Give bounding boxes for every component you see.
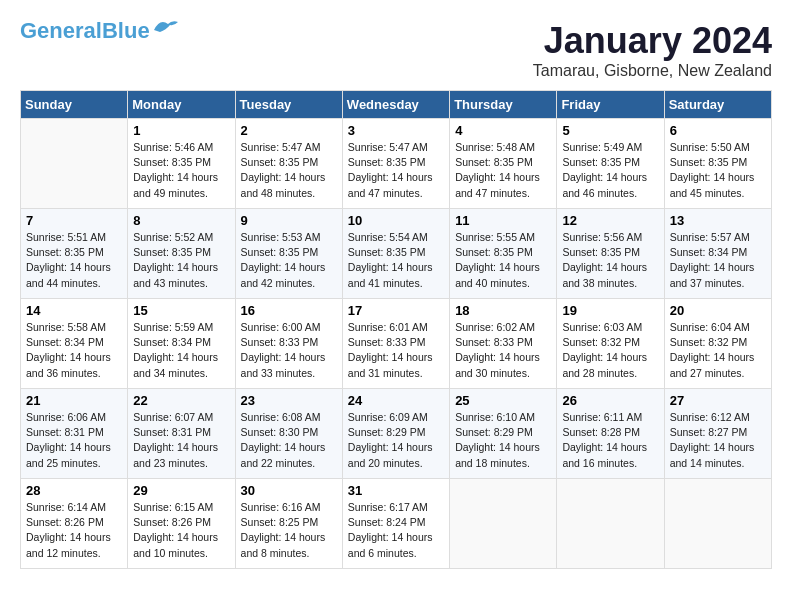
- day-number: 18: [455, 303, 551, 318]
- day-info: Sunrise: 5:55 AMSunset: 8:35 PMDaylight:…: [455, 230, 551, 291]
- title-section: January 2024 Tamarau, Gisborne, New Zeal…: [533, 20, 772, 80]
- day-number: 29: [133, 483, 229, 498]
- day-info: Sunrise: 5:57 AMSunset: 8:34 PMDaylight:…: [670, 230, 766, 291]
- day-info: Sunrise: 6:01 AMSunset: 8:33 PMDaylight:…: [348, 320, 444, 381]
- day-number: 13: [670, 213, 766, 228]
- day-info: Sunrise: 6:12 AMSunset: 8:27 PMDaylight:…: [670, 410, 766, 471]
- day-number: 22: [133, 393, 229, 408]
- day-info: Sunrise: 6:15 AMSunset: 8:26 PMDaylight:…: [133, 500, 229, 561]
- day-of-week-header: Thursday: [450, 91, 557, 119]
- day-info: Sunrise: 6:10 AMSunset: 8:29 PMDaylight:…: [455, 410, 551, 471]
- day-of-week-header: Tuesday: [235, 91, 342, 119]
- day-of-week-header: Saturday: [664, 91, 771, 119]
- calendar-day-cell: 28Sunrise: 6:14 AMSunset: 8:26 PMDayligh…: [21, 479, 128, 569]
- calendar-day-cell: 7Sunrise: 5:51 AMSunset: 8:35 PMDaylight…: [21, 209, 128, 299]
- day-info: Sunrise: 5:47 AMSunset: 8:35 PMDaylight:…: [241, 140, 337, 201]
- calendar-day-cell: 13Sunrise: 5:57 AMSunset: 8:34 PMDayligh…: [664, 209, 771, 299]
- day-number: 26: [562, 393, 658, 408]
- day-number: 14: [26, 303, 122, 318]
- calendar-day-cell: 11Sunrise: 5:55 AMSunset: 8:35 PMDayligh…: [450, 209, 557, 299]
- calendar-day-cell: 9Sunrise: 5:53 AMSunset: 8:35 PMDaylight…: [235, 209, 342, 299]
- logo-text: GeneralBlue: [20, 20, 150, 42]
- calendar-day-cell: 5Sunrise: 5:49 AMSunset: 8:35 PMDaylight…: [557, 119, 664, 209]
- day-number: 19: [562, 303, 658, 318]
- logo: GeneralBlue: [20, 20, 180, 42]
- day-number: 9: [241, 213, 337, 228]
- calendar-week-row: 7Sunrise: 5:51 AMSunset: 8:35 PMDaylight…: [21, 209, 772, 299]
- calendar-day-cell: 31Sunrise: 6:17 AMSunset: 8:24 PMDayligh…: [342, 479, 449, 569]
- calendar-day-cell: 23Sunrise: 6:08 AMSunset: 8:30 PMDayligh…: [235, 389, 342, 479]
- day-number: 3: [348, 123, 444, 138]
- day-info: Sunrise: 5:47 AMSunset: 8:35 PMDaylight:…: [348, 140, 444, 201]
- days-of-week-row: SundayMondayTuesdayWednesdayThursdayFrid…: [21, 91, 772, 119]
- day-number: 20: [670, 303, 766, 318]
- month-year-title: January 2024: [533, 20, 772, 62]
- day-number: 28: [26, 483, 122, 498]
- calendar-day-cell: 29Sunrise: 6:15 AMSunset: 8:26 PMDayligh…: [128, 479, 235, 569]
- calendar-day-cell: 17Sunrise: 6:01 AMSunset: 8:33 PMDayligh…: [342, 299, 449, 389]
- calendar-day-cell: 26Sunrise: 6:11 AMSunset: 8:28 PMDayligh…: [557, 389, 664, 479]
- day-info: Sunrise: 5:53 AMSunset: 8:35 PMDaylight:…: [241, 230, 337, 291]
- day-number: 23: [241, 393, 337, 408]
- calendar-day-cell: 2Sunrise: 5:47 AMSunset: 8:35 PMDaylight…: [235, 119, 342, 209]
- day-number: 5: [562, 123, 658, 138]
- day-info: Sunrise: 6:14 AMSunset: 8:26 PMDaylight:…: [26, 500, 122, 561]
- day-info: Sunrise: 5:56 AMSunset: 8:35 PMDaylight:…: [562, 230, 658, 291]
- day-number: 6: [670, 123, 766, 138]
- calendar-week-row: 1Sunrise: 5:46 AMSunset: 8:35 PMDaylight…: [21, 119, 772, 209]
- day-number: 12: [562, 213, 658, 228]
- day-number: 17: [348, 303, 444, 318]
- day-number: 27: [670, 393, 766, 408]
- day-info: Sunrise: 5:49 AMSunset: 8:35 PMDaylight:…: [562, 140, 658, 201]
- calendar-day-cell: [664, 479, 771, 569]
- calendar-day-cell: 16Sunrise: 6:00 AMSunset: 8:33 PMDayligh…: [235, 299, 342, 389]
- logo-bird-icon: [152, 16, 180, 36]
- page-header: GeneralBlue January 2024 Tamarau, Gisbor…: [20, 20, 772, 80]
- calendar-week-row: 14Sunrise: 5:58 AMSunset: 8:34 PMDayligh…: [21, 299, 772, 389]
- calendar-day-cell: [557, 479, 664, 569]
- day-info: Sunrise: 6:06 AMSunset: 8:31 PMDaylight:…: [26, 410, 122, 471]
- day-info: Sunrise: 6:08 AMSunset: 8:30 PMDaylight:…: [241, 410, 337, 471]
- calendar-day-cell: 25Sunrise: 6:10 AMSunset: 8:29 PMDayligh…: [450, 389, 557, 479]
- calendar-day-cell: 8Sunrise: 5:52 AMSunset: 8:35 PMDaylight…: [128, 209, 235, 299]
- calendar-week-row: 21Sunrise: 6:06 AMSunset: 8:31 PMDayligh…: [21, 389, 772, 479]
- day-info: Sunrise: 6:09 AMSunset: 8:29 PMDaylight:…: [348, 410, 444, 471]
- calendar-week-row: 28Sunrise: 6:14 AMSunset: 8:26 PMDayligh…: [21, 479, 772, 569]
- day-info: Sunrise: 6:16 AMSunset: 8:25 PMDaylight:…: [241, 500, 337, 561]
- day-info: Sunrise: 5:58 AMSunset: 8:34 PMDaylight:…: [26, 320, 122, 381]
- calendar-day-cell: 19Sunrise: 6:03 AMSunset: 8:32 PMDayligh…: [557, 299, 664, 389]
- calendar-day-cell: [450, 479, 557, 569]
- day-of-week-header: Wednesday: [342, 91, 449, 119]
- day-info: Sunrise: 6:03 AMSunset: 8:32 PMDaylight:…: [562, 320, 658, 381]
- day-number: 11: [455, 213, 551, 228]
- day-of-week-header: Friday: [557, 91, 664, 119]
- calendar-day-cell: 24Sunrise: 6:09 AMSunset: 8:29 PMDayligh…: [342, 389, 449, 479]
- day-info: Sunrise: 6:00 AMSunset: 8:33 PMDaylight:…: [241, 320, 337, 381]
- day-number: 16: [241, 303, 337, 318]
- day-number: 31: [348, 483, 444, 498]
- calendar-day-cell: [21, 119, 128, 209]
- calendar-day-cell: 20Sunrise: 6:04 AMSunset: 8:32 PMDayligh…: [664, 299, 771, 389]
- calendar-day-cell: 6Sunrise: 5:50 AMSunset: 8:35 PMDaylight…: [664, 119, 771, 209]
- day-number: 15: [133, 303, 229, 318]
- day-info: Sunrise: 5:46 AMSunset: 8:35 PMDaylight:…: [133, 140, 229, 201]
- day-number: 21: [26, 393, 122, 408]
- day-of-week-header: Monday: [128, 91, 235, 119]
- day-info: Sunrise: 5:52 AMSunset: 8:35 PMDaylight:…: [133, 230, 229, 291]
- calendar-day-cell: 3Sunrise: 5:47 AMSunset: 8:35 PMDaylight…: [342, 119, 449, 209]
- calendar-table: SundayMondayTuesdayWednesdayThursdayFrid…: [20, 90, 772, 569]
- day-number: 1: [133, 123, 229, 138]
- day-info: Sunrise: 5:48 AMSunset: 8:35 PMDaylight:…: [455, 140, 551, 201]
- day-info: Sunrise: 5:59 AMSunset: 8:34 PMDaylight:…: [133, 320, 229, 381]
- day-number: 8: [133, 213, 229, 228]
- calendar-body: 1Sunrise: 5:46 AMSunset: 8:35 PMDaylight…: [21, 119, 772, 569]
- day-number: 2: [241, 123, 337, 138]
- day-info: Sunrise: 6:07 AMSunset: 8:31 PMDaylight:…: [133, 410, 229, 471]
- day-number: 25: [455, 393, 551, 408]
- calendar-day-cell: 12Sunrise: 5:56 AMSunset: 8:35 PMDayligh…: [557, 209, 664, 299]
- day-info: Sunrise: 6:11 AMSunset: 8:28 PMDaylight:…: [562, 410, 658, 471]
- calendar-day-cell: 10Sunrise: 5:54 AMSunset: 8:35 PMDayligh…: [342, 209, 449, 299]
- day-number: 4: [455, 123, 551, 138]
- calendar-header: SundayMondayTuesdayWednesdayThursdayFrid…: [21, 91, 772, 119]
- location-subtitle: Tamarau, Gisborne, New Zealand: [533, 62, 772, 80]
